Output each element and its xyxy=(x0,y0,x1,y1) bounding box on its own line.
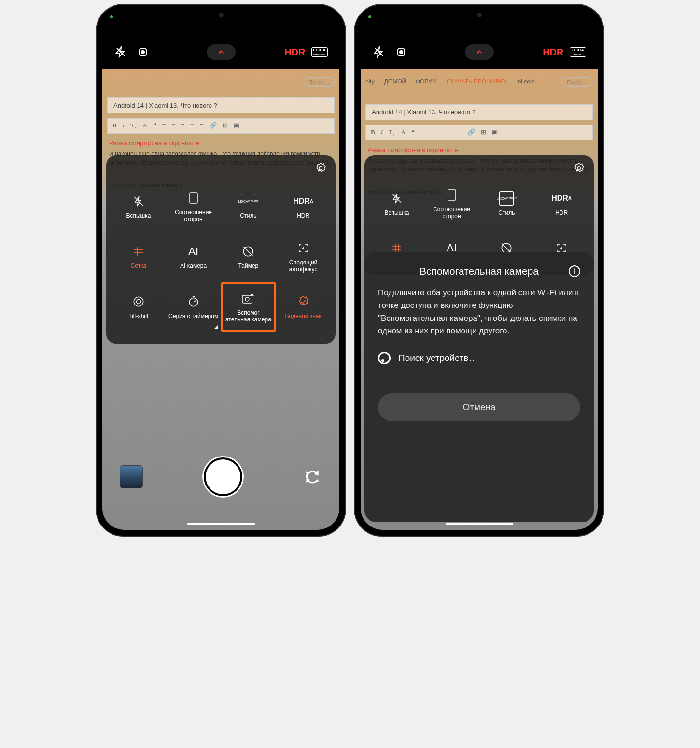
hdr-indicator[interactable]: HDR xyxy=(543,47,563,58)
svg-point-9 xyxy=(245,297,249,301)
svg-point-2 xyxy=(319,167,322,170)
svg-rect-3 xyxy=(190,193,197,203)
setting-style[interactable]: LEICA VIBRANT Стиль xyxy=(221,181,276,232)
setting-flash[interactable]: Вспышка xyxy=(111,181,166,232)
flash-off-icon[interactable] xyxy=(372,45,386,59)
camera-notch xyxy=(219,13,224,17)
watermark-icon xyxy=(296,294,310,309)
svg-point-7 xyxy=(189,298,197,306)
svg-point-1 xyxy=(141,51,144,54)
hdr-icon: HDRA xyxy=(296,194,310,208)
svg-point-6 xyxy=(137,300,141,304)
setting-ai[interactable]: AI AI камера xyxy=(166,232,221,282)
vf-search: Поиск ... xyxy=(303,77,335,87)
modal-body: Подключите оба устройства к одной сети W… xyxy=(378,287,580,337)
modal-title: Вспомогательная камера xyxy=(420,265,539,277)
setting-hdr[interactable]: HDRA HDR xyxy=(276,181,331,232)
svg-rect-13 xyxy=(448,190,456,200)
corner-indicator: ◢ xyxy=(214,324,218,329)
panel-toggle[interactable] xyxy=(465,44,494,60)
home-indicator[interactable] xyxy=(446,523,513,525)
vf-toolbar: BITxA❝≡≡≡≡≡🔗⊞▣ xyxy=(107,118,335,134)
flash-icon xyxy=(131,194,146,208)
bottom-controls xyxy=(102,457,339,496)
aux-camera-modal: Вспомогательная камера i Подключите оба … xyxy=(364,252,594,522)
status-indicator xyxy=(110,15,113,18)
cancel-button[interactable]: Отмена xyxy=(378,393,580,421)
top-bar: HDR LEICA VIBRANT xyxy=(102,38,339,67)
modal-header: Вспомогательная камера i xyxy=(378,265,580,277)
focus-icon xyxy=(296,241,310,255)
status-indicator xyxy=(368,15,371,18)
vf-nav: nity ДОМОЙ ФОРУМ СКАЧАТЬ ПРОШИВКУ mi.com xyxy=(365,78,593,85)
vf-heading: Рамка смартфона в скриншоте xyxy=(109,139,333,147)
hdr-indicator[interactable]: HDR xyxy=(284,47,305,58)
settings-grid: Вспышка Соотношение сторон LEICA VIBRANT… xyxy=(111,181,331,332)
screen: HDR LEICA VIBRANT Поиск ... Android 14 |… xyxy=(102,11,339,530)
vf-toolbar: BITxA❝≡≡≡≡≡🔗⊞▣ xyxy=(365,125,593,140)
leica-mini-icon: LEICA VIBRANT xyxy=(241,194,255,208)
top-bar: HDR LEICA VIBRANT xyxy=(361,38,598,67)
screen: HDR LEICA VIBRANT nity ДОМОЙ ФОРУМ СКАЧА… xyxy=(361,11,598,530)
home-indicator[interactable] xyxy=(187,523,255,525)
tilt-icon xyxy=(131,294,146,309)
lens-icon[interactable] xyxy=(394,45,408,59)
svg-rect-8 xyxy=(242,295,252,303)
svg-point-12 xyxy=(577,167,581,170)
lens-icon[interactable] xyxy=(136,45,150,59)
leica-badge[interactable]: LEICA VIBRANT xyxy=(570,47,587,57)
spinner-icon xyxy=(378,352,391,364)
setting-grid[interactable]: Сетка xyxy=(111,232,166,282)
vf-heading: Рамка смартфона в скриншоте xyxy=(367,146,591,153)
setting-ratio[interactable]: Соотношение сторон xyxy=(166,181,221,232)
leica-badge[interactable]: LEICA VIBRANT xyxy=(311,47,328,57)
camera-notch xyxy=(477,13,482,17)
vf-title: Android 14 | Xiaomi 13. Что нового ? xyxy=(107,97,335,113)
flash-icon xyxy=(390,191,404,206)
shutter-button[interactable] xyxy=(204,457,242,496)
setting-hdr[interactable]: HDRA HDR xyxy=(534,181,589,226)
hdr-icon: HDRA xyxy=(554,191,569,206)
panel-toggle[interactable] xyxy=(207,44,236,60)
setting-style[interactable]: LEICA VIBRANT Стиль xyxy=(479,181,534,226)
flash-off-icon[interactable] xyxy=(114,45,127,59)
ratio-icon xyxy=(445,188,459,202)
svg-point-5 xyxy=(134,297,143,306)
setting-ratio[interactable]: Соотношение сторон xyxy=(424,181,479,226)
phone-right: HDR LEICA VIBRANT nity ДОМОЙ ФОРУМ СКАЧА… xyxy=(355,5,603,536)
setting-tilt[interactable]: Tilt-shift xyxy=(111,282,166,332)
ratio-icon xyxy=(186,191,201,205)
setting-timer[interactable]: Таймер xyxy=(221,232,276,282)
settings-gear-icon[interactable] xyxy=(573,162,585,177)
settings-gear-icon[interactable] xyxy=(314,162,327,177)
setting-burst[interactable]: Серия с таймером ◢ xyxy=(166,282,221,332)
burst-icon xyxy=(186,294,201,309)
setting-focus[interactable]: Следящий автофокус xyxy=(276,232,331,282)
phone-left: HDR LEICA VIBRANT Поиск ... Android 14 |… xyxy=(97,5,345,536)
ai-icon: AI xyxy=(186,244,201,259)
vf-title: Android 14 | Xiaomi 13. Что нового ? xyxy=(365,104,593,120)
switch-camera-icon[interactable] xyxy=(303,467,322,486)
settings-panel: Вспышка Соотношение сторон LEICA VIBRANT… xyxy=(106,155,336,344)
modal-searching: Поиск устройств… xyxy=(378,352,580,364)
gallery-thumbnail[interactable] xyxy=(120,465,143,488)
grid-icon xyxy=(131,244,146,259)
aux-camera-icon xyxy=(241,291,255,305)
setting-watermark[interactable]: Водяной знак xyxy=(276,282,331,332)
svg-point-11 xyxy=(400,51,403,54)
setting-aux-camera[interactable]: Вспомог ательная камера xyxy=(221,282,276,332)
leica-mini-icon: LEICA VIBRANT xyxy=(499,191,514,206)
setting-flash[interactable]: Вспышка xyxy=(369,181,424,226)
timer-icon xyxy=(241,244,255,259)
vf-search: Поиск ... xyxy=(561,77,593,87)
info-icon[interactable]: i xyxy=(569,265,580,277)
